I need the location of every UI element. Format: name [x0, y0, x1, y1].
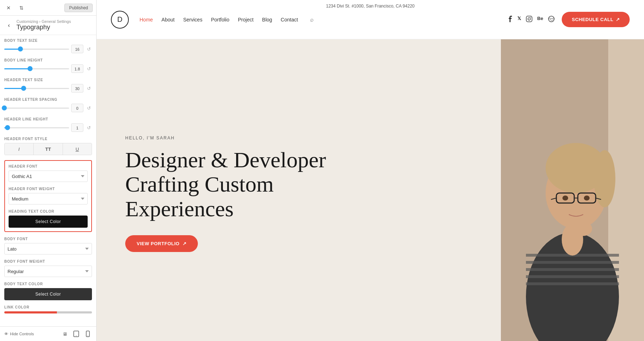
link-color-bar[interactable]: [4, 311, 92, 313]
published-badge[interactable]: Published: [64, 4, 93, 12]
heading-text-color-label: HEADING TEXT COLOR: [9, 209, 88, 213]
schedule-call-button[interactable]: SCHEDULE CALL ↗: [562, 12, 630, 27]
swap-icon[interactable]: ⇅: [16, 3, 26, 13]
nav-link-project[interactable]: Project: [238, 17, 254, 23]
body-text-size-value[interactable]: 16: [71, 45, 83, 53]
header-font-label: HEADER FONT: [9, 164, 88, 168]
hero-section: HELLO, I'M SARAH Designer & Developer Cr…: [97, 39, 644, 341]
body-line-height-label: BODY LINE HEIGHT: [4, 58, 92, 62]
header-font-select[interactable]: Gothic A1 Open Sans Roboto Lato Montserr…: [9, 170, 88, 182]
address-bar: 1234 Divi St. #1000, San Francisco, CA 9…: [326, 0, 414, 12]
tablet-view-button[interactable]: [72, 330, 80, 338]
header-letter-spacing-group: HEADER LETTER SPACING 0 ↺: [4, 98, 92, 112]
svg-point-26: [562, 196, 568, 201]
header-text-size-group: HEADER TEXT SIZE 30 ↺: [4, 78, 92, 93]
uppercase-button[interactable]: TT: [34, 143, 63, 155]
header-letter-spacing-label: HEADER LETTER SPACING: [4, 98, 92, 102]
svg-rect-13: [526, 261, 619, 264]
left-panel: ✕ ⇅ Published ‹ Customizing › General Se…: [0, 0, 97, 341]
body-font-weight-select[interactable]: Thin Light Regular Medium Bold: [4, 266, 92, 277]
nav-link-portfolio[interactable]: Portfolio: [211, 17, 229, 23]
back-button[interactable]: ‹: [4, 21, 14, 30]
body-text-size-group: BODY TEXT SIZE 16 ↺: [4, 39, 92, 53]
body-text-color-group: BODY TEXT COLOR Select Color: [4, 282, 92, 300]
close-icon[interactable]: ✕: [4, 3, 14, 13]
body-color-picker[interactable]: Select Color: [4, 288, 92, 300]
header-font-weight-select[interactable]: Thin Light Regular Medium Bold: [9, 193, 88, 204]
body-text-size-reset[interactable]: ↺: [86, 46, 92, 52]
heading-color-picker[interactable]: Select Color: [9, 216, 88, 228]
svg-rect-4: [526, 16, 532, 22]
svg-point-6: [530, 17, 531, 18]
header-line-height-track[interactable]: [4, 127, 69, 128]
link-color-group: LINK COLOR: [4, 305, 92, 313]
breadcrumb: Customizing › General Settings: [16, 19, 71, 24]
hero-subtitle: HELLO, I'M SARAH: [125, 135, 479, 140]
font-style-buttons: I TT U: [4, 143, 92, 155]
view-portfolio-button[interactable]: VIEW PORTFOLIO ↗: [125, 235, 198, 252]
header-font-section: HEADER FONT Gothic A1 Open Sans Roboto L…: [4, 160, 92, 232]
svg-rect-16: [526, 282, 619, 285]
svg-point-3: [87, 336, 88, 336]
body-font-label: BODY FONT: [4, 237, 92, 241]
body-line-height-value[interactable]: 1.8: [71, 64, 83, 73]
header-letter-spacing-value[interactable]: 0: [71, 104, 83, 112]
panel-bottom: 👁 Hide Controls 🖥: [0, 326, 96, 341]
facebook-icon[interactable]: [509, 16, 512, 24]
preview-nav: 1234 Divi St. #1000, San Francisco, CA 9…: [97, 0, 644, 39]
social-icons: 𝕏 Be: [509, 16, 555, 24]
desktop-view-button[interactable]: 🖥: [60, 330, 69, 338]
toolbar-icons: ✕ ⇅: [4, 3, 26, 13]
search-icon[interactable]: ⌕: [310, 16, 314, 23]
svg-rect-29: [581, 214, 585, 229]
dribbble-icon[interactable]: [548, 16, 555, 24]
body-text-size-label: BODY TEXT SIZE: [4, 39, 92, 43]
body-line-height-reset[interactable]: ↺: [86, 65, 92, 72]
header-font-style-label: HEADER FONT STYLE: [4, 137, 92, 141]
hide-controls-button[interactable]: 👁 Hide Controls: [4, 332, 34, 336]
svg-point-1: [76, 336, 77, 336]
header-font-style-group: HEADER FONT STYLE I TT U: [4, 137, 92, 155]
hero-image: [501, 39, 644, 341]
nav-link-about[interactable]: About: [161, 17, 175, 23]
nav-link-blog[interactable]: Blog: [262, 17, 272, 23]
body-text-size-track[interactable]: [4, 49, 69, 50]
header-font-weight-label: HEADER FONT WEIGHT: [9, 187, 88, 191]
header-font-group: HEADER FONT Gothic A1 Open Sans Roboto L…: [9, 164, 88, 182]
body-line-height-track[interactable]: [4, 68, 69, 69]
header-line-height-value[interactable]: 1: [71, 123, 83, 132]
behance-icon[interactable]: Be: [537, 16, 543, 24]
body-line-height-group: BODY LINE HEIGHT 1.8 ↺: [4, 58, 92, 73]
nav-link-contact[interactable]: Contact: [281, 17, 298, 23]
eye-icon: 👁: [4, 332, 8, 336]
panel-title: Typography: [16, 24, 71, 31]
panel-controls: BODY TEXT SIZE 16 ↺ BODY LINE HEIGHT 1.8…: [0, 35, 96, 326]
mobile-view-button[interactable]: [83, 330, 92, 338]
svg-point-27: [584, 196, 590, 201]
twitter-icon[interactable]: 𝕏: [517, 16, 521, 24]
hero-title: Designer & Developer Crafting Custom Exp…: [125, 148, 479, 221]
preview-area: 1234 Divi St. #1000, San Francisco, CA 9…: [97, 0, 644, 341]
nav-logo: D: [111, 11, 129, 29]
italic-button[interactable]: I: [5, 143, 34, 155]
svg-point-5: [528, 18, 530, 20]
hide-controls-label: Hide Controls: [10, 332, 34, 336]
header-line-height-group: HEADER LINE HEIGHT 1 ↺: [4, 117, 92, 132]
header-line-height-reset[interactable]: ↺: [86, 124, 92, 131]
instagram-icon[interactable]: [526, 16, 532, 24]
nav-link-services[interactable]: Services: [183, 17, 203, 23]
arrow-icon: ↗: [616, 17, 620, 22]
header-letter-spacing-track[interactable]: [4, 108, 69, 109]
svg-rect-15: [526, 275, 619, 278]
body-font-weight-label: BODY FONT WEIGHT: [4, 260, 92, 263]
link-color-label: LINK COLOR: [4, 305, 92, 309]
header-text-size-label: HEADER TEXT SIZE: [4, 78, 92, 82]
body-font-select[interactable]: Lato Open Sans Roboto Source Sans Pro: [4, 243, 92, 254]
underline-button[interactable]: U: [63, 143, 92, 155]
header-text-size-value[interactable]: 30: [71, 84, 83, 93]
header-text-size-track[interactable]: [4, 88, 69, 89]
nav-link-home[interactable]: Home: [140, 17, 153, 23]
panel-toolbar: ✕ ⇅ Published: [0, 0, 96, 16]
header-letter-spacing-reset[interactable]: ↺: [86, 105, 92, 111]
header-text-size-reset[interactable]: ↺: [86, 85, 92, 92]
